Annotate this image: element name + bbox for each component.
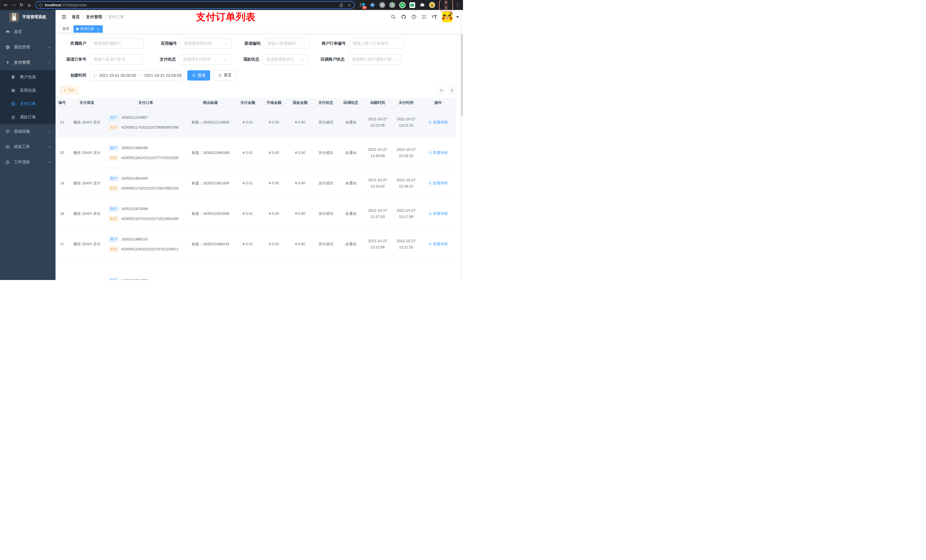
sidebar-item-支付管理[interactable]: 支付管理 xyxy=(0,55,56,70)
sidebar-item-支付订单[interactable]: 支付订单 xyxy=(0,97,56,110)
create-time-cell: 2021-10-2713:19:09 xyxy=(363,138,392,168)
action-cell: 查看详情 xyxy=(420,138,456,168)
placeholder-text: 请选择退款状态 xyxy=(266,57,299,62)
sidebar-item-工作流程[interactable]: 工作流程 xyxy=(0,154,56,170)
refund-icon xyxy=(11,115,15,119)
extension-blocks-icon[interactable]: 10 xyxy=(359,2,366,8)
scrollbar-thumb[interactable] xyxy=(461,34,463,116)
channel-code-filter-select[interactable]: 请输入渠道编码 xyxy=(264,38,309,49)
view-detail-link[interactable]: 查看详情 xyxy=(428,181,448,186)
breadcrumb-item[interactable]: 首页 xyxy=(72,15,80,20)
share-icon[interactable] xyxy=(339,3,343,7)
sidebar-item-首页[interactable]: 首页 xyxy=(0,24,56,39)
action-cell xyxy=(420,260,456,280)
merchant-order-no: 1635311881440 xyxy=(121,176,148,181)
order-id-cell: 18 xyxy=(56,199,69,229)
view-detail-link[interactable]: 查看详情 xyxy=(428,120,448,125)
refund-status-filter-label: 退款状态 xyxy=(230,57,263,62)
help-icon[interactable] xyxy=(411,14,416,20)
app-no-filter-select[interactable]: 请选择应用信息 xyxy=(180,38,232,49)
notify-status-cell: 未通知 xyxy=(338,229,363,259)
reset-button[interactable]: 重置 xyxy=(213,70,236,80)
view-detail-link[interactable]: 查看详情 xyxy=(428,211,448,216)
create-time-cell: 2021-10-2713:11:08 xyxy=(363,229,392,259)
sidebar-item-基础设施[interactable]: 基础设施 xyxy=(0,124,56,139)
create-time-range-input[interactable]: 2021-10-01 00:00:00 - 2021-10-31 23:59:5… xyxy=(90,70,182,80)
pay-channel-cell: 微信 JSAPI 支付 xyxy=(69,229,105,259)
tab-首页[interactable]: 首页 xyxy=(59,25,72,33)
extension-chat-icon[interactable] xyxy=(409,2,415,8)
home-icon[interactable]: ⌂ xyxy=(26,2,32,9)
pay-tag: 支付 xyxy=(109,246,119,252)
avatar-caret-icon[interactable] xyxy=(456,16,459,18)
extension-v-icon[interactable]: v xyxy=(399,2,406,8)
merchant-order-no-filter-input[interactable]: 请输入商户订单编号 xyxy=(349,38,404,49)
search-button[interactable]: 搜索 xyxy=(188,70,210,80)
refresh-table-button[interactable] xyxy=(448,86,456,94)
extension-emoji-icon[interactable] xyxy=(429,2,435,8)
merchant-filter-input[interactable]: 请选择所属商户 xyxy=(90,38,144,49)
reload-icon[interactable]: ↻ xyxy=(18,2,24,9)
action-cell: 查看详情 xyxy=(420,168,456,198)
channel-order-no: 420000119420211027​6752100612 xyxy=(121,247,179,252)
refund-status-filter-select[interactable]: 请选择退款状态 xyxy=(263,54,308,65)
channel-order-no: 420000116720211027​1022491439 xyxy=(121,216,179,221)
browser-update-button[interactable]: 更新 xyxy=(439,0,453,12)
notify-status-filter-select[interactable]: 请选择订单回调商户状态 xyxy=(348,54,401,65)
close-icon[interactable]: × xyxy=(96,27,100,31)
search-icon[interactable] xyxy=(391,14,396,20)
url-bar[interactable]: i localhost:1024/pay/order ☆ xyxy=(36,2,354,8)
sidebar-item-商户信息[interactable]: 商户信息 xyxy=(0,70,56,84)
breadcrumb-item: 支付订单 xyxy=(108,15,124,20)
sidebar-item-label: 支付管理 xyxy=(14,60,30,65)
pay-status-cell: 支付成功 xyxy=(313,229,338,259)
extension-command-icon[interactable]: ⌘ xyxy=(379,2,386,8)
breadcrumb-item[interactable]: 支付管理 xyxy=(86,15,102,20)
fullscreen-icon[interactable] xyxy=(421,14,427,20)
pay-tag: 支付 xyxy=(109,155,119,161)
export-button[interactable]: 导出 xyxy=(60,86,78,94)
placeholder-text: 请选择支付状态 xyxy=(183,57,221,62)
placeholder-text: 请输入商户订单编号 xyxy=(353,41,400,46)
tab-支付订单[interactable]: 支付订单× xyxy=(73,25,103,33)
pay-status-filter-select[interactable]: 请选择支付状态 xyxy=(179,54,230,65)
date-separator: - xyxy=(139,73,141,78)
github-icon[interactable] xyxy=(401,14,406,20)
goods-title-cell: 标题：1635311881439 xyxy=(186,168,235,198)
refund-amount-cell: ¥ 0.00 xyxy=(287,138,313,168)
extension-record-icon[interactable] xyxy=(389,2,395,8)
app-logo[interactable]: 芋道管理系统 xyxy=(0,10,56,24)
sidebar-item-系统管理[interactable]: 系统管理 xyxy=(0,39,56,55)
create-time-cell: 2021-10-2713:18:02 xyxy=(363,168,392,198)
browser-menu-icon[interactable]: ⋮ xyxy=(454,3,461,8)
fee-amount-cell: ¥ 0.00 xyxy=(261,229,287,259)
view-detail-link[interactable]: 查看详情 xyxy=(428,242,448,247)
extension-gem-icon[interactable] xyxy=(369,2,375,8)
logo-avatar xyxy=(9,12,19,22)
infra-icon xyxy=(5,129,10,134)
toggle-search-button[interactable] xyxy=(437,86,445,94)
forward-icon[interactable]: → xyxy=(11,2,17,9)
font-size-icon[interactable]: TT xyxy=(432,14,437,20)
view-detail-link[interactable]: 查看详情 xyxy=(428,150,448,155)
refund-amount-cell: ¥ 0.00 xyxy=(287,168,313,198)
merchant-order-no-filter-label: 商户订单编号 xyxy=(309,41,349,46)
notify-status-cell: 未通知 xyxy=(338,168,363,198)
channel-order-no-filter-input[interactable]: 请输入渠道订单号 xyxy=(90,54,143,65)
sidebar-item-应用信息[interactable]: 应用信息 xyxy=(0,84,56,97)
column-header-支付渠道: 支付渠道 xyxy=(69,98,105,107)
sidebar-item-label: 首页 xyxy=(14,29,22,35)
bookmark-star-icon[interactable]: ☆ xyxy=(347,3,351,8)
sidebar-item-退款订单[interactable]: 退款订单 xyxy=(0,110,56,124)
hamburger-icon[interactable] xyxy=(58,14,70,20)
window-scrollbar[interactable] xyxy=(460,10,463,280)
navbar: 首页/支付管理/支付订单 支付订单列表 TT xyxy=(56,10,463,24)
table-row: 商户1635311251796 xyxy=(56,260,456,280)
date-start-value: 2021-10-01 00:00:00 xyxy=(99,73,136,78)
sidebar-item-研发工具[interactable]: 研发工具 xyxy=(0,139,56,154)
extensions-puzzle-icon[interactable] xyxy=(419,2,425,8)
site-info-icon[interactable]: i xyxy=(39,3,43,7)
goods-title-cell: 标题：1635311468233 xyxy=(186,229,235,259)
back-icon[interactable]: ← xyxy=(3,2,9,9)
user-avatar[interactable] xyxy=(442,12,452,22)
